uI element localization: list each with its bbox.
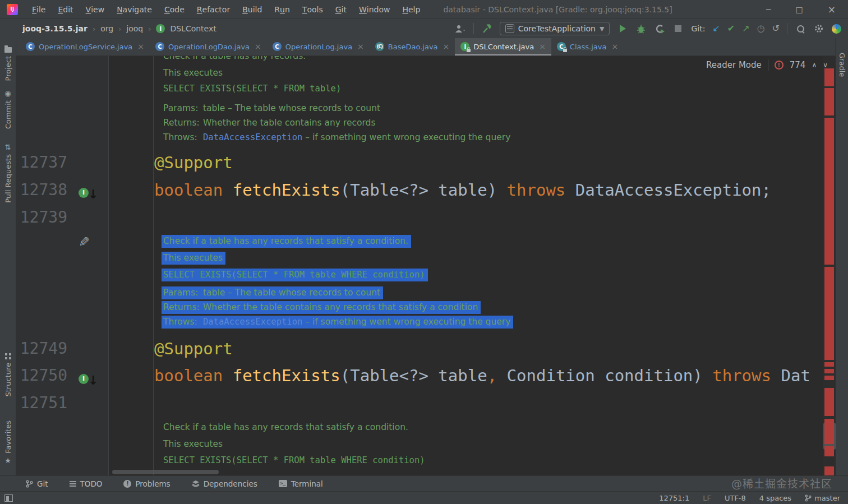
git-commit-check-icon[interactable]: ✔	[727, 24, 735, 33]
javadoc-line-selected: This executes	[109, 251, 823, 265]
menu-navigate[interactable]: Navigate	[110, 0, 158, 19]
caret-position[interactable]: 12751:1	[659, 494, 689, 502]
chevron-up-icon[interactable]: ∧	[812, 61, 817, 69]
sidebar-item-pull-requests[interactable]: ⇅ Pull Requests	[0, 144, 16, 203]
code-line: @Support	[109, 149, 823, 176]
menu-code[interactable]: Code	[158, 0, 191, 19]
line-number: 12749	[20, 335, 67, 362]
line-number: 12750	[20, 362, 67, 389]
indent-setting[interactable]: 4 spaces	[759, 494, 791, 502]
close-button[interactable]: ×	[828, 4, 836, 15]
run-configuration-select[interactable]: CoreTestApplication ▼	[500, 22, 610, 35]
chevron-down-icon[interactable]: ∨	[823, 61, 828, 69]
tab-operationlogdao[interactable]: OperationLogDao.java×	[150, 38, 267, 55]
tab-class[interactable]: Class.java×	[551, 38, 624, 55]
code-line: boolean fetchExists(Table<?> table, Cond…	[109, 362, 823, 389]
git-push-icon[interactable]: ↗	[742, 24, 749, 33]
rollback-icon[interactable]: ↺	[772, 24, 780, 33]
minimize-button[interactable]: ─	[766, 5, 771, 14]
toolwindow-git[interactable]: Git	[26, 479, 48, 488]
search-everywhere-icon[interactable]	[795, 23, 806, 34]
menu-window[interactable]: Window	[353, 0, 397, 19]
menu-tools[interactable]: Tools	[296, 0, 329, 19]
right-tool-stripe: Gradle	[835, 38, 848, 475]
line-number: 12737	[20, 149, 67, 176]
run-with-coverage-button[interactable]	[654, 23, 665, 34]
sidebar-item-project[interactable]: Project	[0, 46, 16, 81]
codewithme-users-icon[interactable]	[455, 23, 466, 34]
star-icon: ★	[4, 457, 11, 464]
error-marker	[824, 446, 834, 456]
class-icon	[273, 42, 282, 51]
breadcrumb-jar[interactable]: jooq-3.15.5.jar	[22, 24, 87, 33]
toolwindow-problems[interactable]: ! Problems	[123, 479, 170, 488]
reader-mode-toggle[interactable]: Reader Mode	[706, 60, 762, 70]
close-icon[interactable]: ×	[611, 42, 618, 51]
line-separator[interactable]: LF	[703, 494, 711, 502]
tab-dslcontext[interactable]: DSLContext.java×	[455, 38, 551, 55]
settings-gear-icon[interactable]	[813, 23, 824, 34]
tool-window-bar: Git TODO ! Problems Dependencies >_ Term…	[0, 475, 848, 491]
error-count[interactable]: 774	[790, 60, 806, 70]
close-icon[interactable]: ×	[137, 42, 144, 51]
error-stripe[interactable]	[823, 56, 836, 475]
plugin-sphere-icon[interactable]	[832, 24, 841, 34]
toolwindow-terminal[interactable]: >_ Terminal	[279, 479, 323, 488]
javadoc-line: Check if a table has any records that sa…	[109, 420, 823, 434]
tab-operationlogservice[interactable]: OperationLogService.java×	[20, 38, 150, 55]
close-icon[interactable]: ×	[443, 42, 450, 51]
javadoc-returns-line: Returns:Whether the table contains any r…	[109, 115, 823, 130]
sidebar-item-favorites[interactable]: Favorites ★	[0, 420, 16, 464]
javadoc-throws-line: Throws:DataAccessException – if somethin…	[109, 130, 823, 145]
tab-operationlog[interactable]: OperationLog.java×	[267, 38, 370, 55]
menu-view[interactable]: View	[80, 0, 111, 19]
class-icon	[26, 42, 35, 51]
breadcrumb-class[interactable]: DSLContext	[170, 24, 216, 33]
close-icon[interactable]: ×	[539, 42, 546, 51]
close-icon[interactable]: ×	[255, 42, 261, 51]
toolwindow-dependencies[interactable]: Dependencies	[192, 479, 257, 488]
error-marker	[824, 466, 834, 475]
menu-edit[interactable]: Edit	[52, 0, 79, 19]
breadcrumb-jooq[interactable]: jooq	[126, 24, 143, 33]
menu-git[interactable]: Git	[329, 0, 353, 19]
implemented-marker-icon[interactable]: I↓	[79, 184, 98, 201]
tool-window-switcher-icon[interactable]	[4, 494, 13, 502]
horizontal-scrollbar[interactable]	[112, 470, 219, 474]
build-hammer-icon[interactable]	[481, 23, 492, 34]
git-branch-icon	[805, 494, 812, 502]
stop-button[interactable]	[672, 23, 684, 34]
sidebar-item-gradle[interactable]: Gradle	[836, 53, 848, 77]
error-marker	[824, 369, 834, 373]
title-bar: IJ File Edit View Navigate Code Refactor…	[0, 0, 848, 19]
menu-build[interactable]: Build	[236, 0, 268, 19]
error-marker	[824, 419, 834, 444]
breadcrumb-org[interactable]: org	[100, 24, 113, 33]
history-clock-icon[interactable]: ◷	[757, 24, 765, 33]
interface-icon	[460, 42, 469, 51]
git-branch-widget[interactable]: master	[805, 494, 840, 502]
file-encoding[interactable]: UTF-8	[725, 494, 746, 502]
error-marker	[824, 118, 834, 265]
line-number: 12738	[20, 176, 67, 204]
line-number: 12751	[20, 389, 67, 417]
editor[interactable]: 12737 12738 12739 12749 12750 12751 I↓ I…	[16, 56, 836, 475]
menu-refactor[interactable]: Refactor	[191, 0, 236, 19]
git-update-icon[interactable]: ↙	[712, 24, 720, 33]
menu-run[interactable]: Run	[268, 0, 296, 19]
sidebar-item-structure[interactable]: Structure	[0, 353, 16, 396]
close-icon[interactable]: ×	[357, 42, 364, 51]
debug-button[interactable]	[635, 23, 647, 34]
sidebar-item-commit[interactable]: ◉ Commit	[0, 90, 16, 129]
menu-help[interactable]: Help	[396, 0, 426, 19]
run-button[interactable]	[617, 23, 628, 34]
menu-file[interactable]: File	[26, 0, 52, 19]
tab-basedao[interactable]: BaseDao.java×	[370, 38, 455, 55]
error-marker	[824, 388, 834, 416]
toolwindow-todo[interactable]: TODO	[70, 479, 103, 488]
implemented-marker-icon[interactable]: I↓	[79, 370, 98, 387]
layers-icon	[192, 480, 200, 487]
maximize-button[interactable]: □	[796, 5, 803, 14]
breadcrumb: jooq-3.15.5.jar › org › jooq › DSLContex…	[22, 24, 216, 33]
edit-doc-pencil-icon[interactable]: ✎	[79, 234, 90, 250]
